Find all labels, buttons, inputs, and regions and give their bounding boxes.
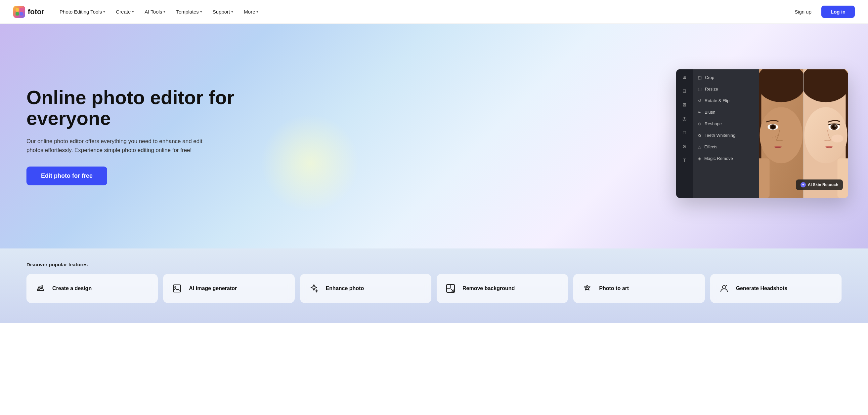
login-button[interactable]: Log in [822, 6, 855, 18]
feature-label-enhance: Enhance photo [326, 285, 364, 292]
ai-image-icon [170, 282, 184, 295]
people-icon: ⊛ [680, 142, 688, 150]
beaker-icon: ⊠ [680, 101, 688, 109]
svg-rect-24 [838, 158, 848, 198]
feature-label-create-design: Create a design [52, 285, 92, 292]
svg-rect-6 [759, 89, 762, 162]
menu-resize[interactable]: ⬚ Resize [693, 83, 759, 95]
nav-item-more[interactable]: More ▾ [239, 6, 263, 17]
editor-photo: ✦ AI Skin Retouch [759, 69, 848, 198]
feature-card-remove-bg[interactable]: Remove background [437, 274, 568, 303]
features-grid: Create a design AI image generator Enhan… [27, 274, 841, 303]
effects-icon: △ [698, 145, 701, 149]
svg-point-26 [175, 286, 176, 288]
photo-before [759, 69, 804, 198]
feature-card-headshots[interactable]: Generate Headshots [710, 274, 841, 303]
create-design-icon [34, 282, 47, 295]
chevron-down-icon: ▾ [256, 9, 258, 14]
remove-bg-icon [444, 282, 457, 295]
blush-icon: ❧ [698, 110, 701, 115]
svg-point-22 [835, 125, 836, 127]
logo-link[interactable]: fotor [13, 6, 44, 18]
reshape-icon: ⊙ [698, 122, 701, 126]
nav-item-support[interactable]: Support ▾ [208, 6, 238, 17]
nav-item-ai-tools[interactable]: AI Tools ▾ [140, 6, 170, 17]
logo-icon [13, 6, 25, 18]
feature-label-ai-image: AI image generator [189, 285, 237, 292]
signup-button[interactable]: Sign up [790, 6, 816, 17]
svg-rect-3 [20, 12, 23, 15]
svg-point-11 [775, 136, 776, 137]
feature-label-remove-bg: Remove background [462, 285, 515, 292]
ai-skin-retouch-badge: ✦ AI Skin Retouch [796, 179, 843, 190]
rotate-icon: ↺ [698, 99, 701, 103]
magic-remove-icon: ◈ [698, 156, 701, 161]
hero-subtitle: Our online photo editor offers everythin… [27, 137, 212, 154]
feature-label-headshots: Generate Headshots [736, 285, 787, 292]
svg-rect-14 [759, 158, 770, 198]
features-section: Discover popular features Create a desig… [0, 248, 868, 323]
features-label: Discover popular features [27, 262, 841, 267]
menu-blush[interactable]: ❧ Blush [693, 106, 759, 118]
svg-rect-28 [446, 284, 451, 288]
menu-reshape[interactable]: ⊙ Reshape [693, 118, 759, 130]
nav-item-templates[interactable]: Templates ▾ [172, 6, 207, 17]
eye-icon: ◎ [680, 115, 688, 123]
editor-menu-panel: ⬚ Crop ⬚ Resize ↺ Rotate & Flip ❧ Blush … [693, 69, 759, 198]
feature-card-ai-image[interactable]: AI image generator [163, 274, 294, 303]
hero-section: Online photo editor for everyone Our onl… [0, 24, 868, 248]
cta-button[interactable]: Edit photo for free [27, 167, 107, 185]
menu-magic-remove[interactable]: ◈ Magic Remove [693, 153, 759, 164]
square-icon: □ [680, 129, 688, 136]
svg-point-16 [804, 69, 848, 102]
svg-point-13 [772, 137, 773, 138]
feature-card-enhance[interactable]: Enhance photo [300, 274, 431, 303]
svg-point-10 [771, 125, 775, 129]
resize-icon: ⬚ [698, 87, 702, 92]
nav-item-photo-editing[interactable]: Photo Editing Tools ▾ [55, 6, 110, 17]
menu-rotate[interactable]: ↺ Rotate & Flip [693, 95, 759, 106]
chevron-down-icon: ▾ [200, 9, 202, 14]
teeth-icon: ✿ [698, 133, 701, 138]
svg-rect-2 [16, 12, 19, 15]
menu-effects[interactable]: △ Effects [693, 141, 759, 153]
sliders-icon: ⊟ [680, 87, 688, 95]
crop-icon: ⬚ [698, 75, 702, 80]
feature-card-photo-art[interactable]: Photo to art [573, 274, 705, 303]
split-line [804, 69, 804, 198]
svg-point-12 [777, 135, 778, 136]
feature-card-create-design[interactable]: Create a design [27, 274, 158, 303]
svg-point-5 [759, 69, 804, 102]
menu-teeth[interactable]: ✿ Teeth Whitening [693, 130, 759, 141]
editor-menu: ⬚ Crop ⬚ Resize ↺ Rotate & Flip ❧ Blush … [693, 69, 759, 198]
svg-point-32 [722, 285, 726, 289]
nav-auth: Sign up Log in [790, 6, 855, 18]
navbar: fotor Photo Editing Tools ▾ Create ▾ AI … [0, 0, 868, 24]
nav-item-create[interactable]: Create ▾ [111, 6, 138, 17]
chevron-down-icon: ▾ [163, 9, 165, 14]
chevron-down-icon: ▾ [231, 9, 233, 14]
chevron-down-icon: ▾ [103, 9, 105, 14]
hero-content: Online photo editor for everyone Our onl… [27, 87, 238, 186]
photo-after [804, 69, 848, 198]
chevron-down-icon: ▾ [132, 9, 134, 14]
nav-items: Photo Editing Tools ▾ Create ▾ AI Tools … [55, 6, 790, 17]
svg-point-18 [805, 107, 847, 163]
svg-rect-17 [846, 89, 848, 162]
menu-crop[interactable]: ⬚ Crop [693, 72, 759, 83]
photo-art-icon [581, 282, 594, 295]
svg-rect-0 [16, 8, 19, 11]
svg-rect-1 [20, 8, 23, 11]
enhance-icon [307, 282, 320, 295]
text-icon: T [680, 156, 688, 164]
svg-rect-25 [173, 285, 181, 292]
ai-badge-icon: ✦ [801, 182, 806, 187]
headshots-icon [717, 282, 731, 295]
feature-label-photo-art: Photo to art [599, 285, 629, 292]
hero-title: Online photo editor for everyone [27, 87, 238, 129]
svg-point-23 [832, 135, 843, 142]
brand-name: fotor [28, 8, 44, 16]
svg-point-7 [760, 107, 803, 163]
grid-icon: ⊞ [680, 73, 688, 81]
editor-sidebar-icons: ⊞ ⊟ ⊠ ◎ □ ⊛ T [676, 69, 693, 198]
